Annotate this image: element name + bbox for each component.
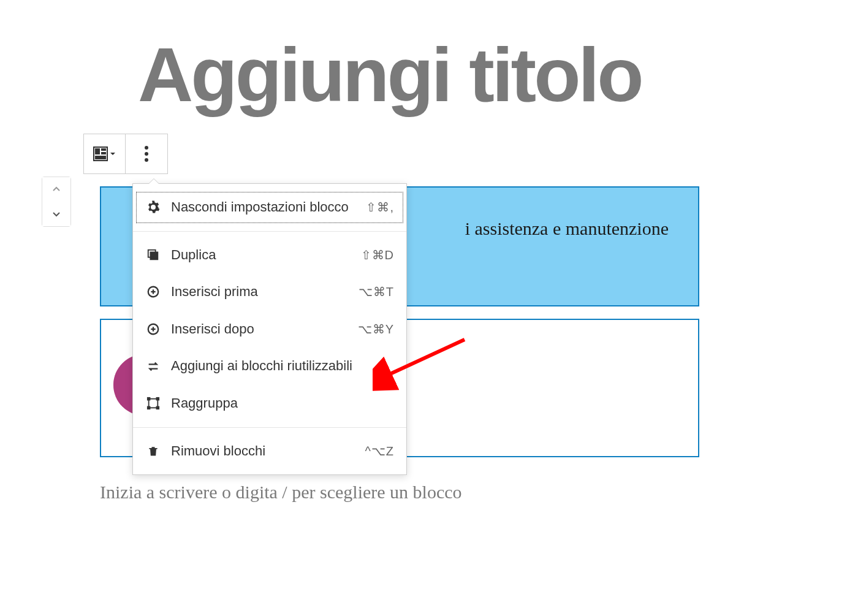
menu-item-insert-after[interactable]: Inserisci dopo ⌥⌘Y bbox=[133, 311, 406, 348]
group-box-icon bbox=[145, 395, 161, 411]
move-down-button[interactable] bbox=[42, 202, 70, 226]
chevron-down-icon bbox=[110, 151, 116, 157]
block-type-button[interactable] bbox=[84, 134, 126, 173]
block-partial-text: i assistenza e manutenzione bbox=[465, 218, 669, 239]
svg-rect-1 bbox=[95, 148, 100, 154]
move-up-button[interactable] bbox=[42, 177, 70, 202]
menu-shortcut: ⇧⌘, bbox=[366, 200, 394, 215]
menu-item-duplicate[interactable]: Duplica ⇧⌘D bbox=[133, 237, 406, 274]
svg-rect-15 bbox=[157, 398, 159, 400]
plus-circle-icon bbox=[145, 284, 161, 300]
more-vertical-icon bbox=[145, 146, 148, 162]
layout-icon bbox=[93, 146, 116, 161]
plus-circle-icon bbox=[145, 321, 161, 337]
menu-shortcut: ⇧⌘D bbox=[361, 248, 394, 262]
chevron-up-icon bbox=[51, 184, 61, 194]
loop-icon bbox=[145, 359, 161, 375]
menu-shortcut: ⌥⌘Y bbox=[358, 322, 394, 337]
svg-rect-3 bbox=[101, 152, 106, 154]
menu-item-group[interactable]: Raggruppa bbox=[133, 385, 406, 422]
menu-label: Nascondi impostazioni blocco bbox=[171, 199, 366, 216]
menu-label: Rimuovi blocchi bbox=[171, 443, 365, 460]
post-title-placeholder[interactable]: Aggiungi titolo bbox=[138, 31, 642, 118]
chevron-down-icon bbox=[51, 209, 61, 219]
copy-icon bbox=[145, 247, 161, 263]
svg-rect-5 bbox=[150, 252, 158, 259]
menu-shortcut: ⌥⌘T bbox=[359, 284, 394, 299]
body-placeholder[interactable]: Inizia a scrivere o digita / per sceglie… bbox=[100, 482, 462, 503]
menu-label: Raggruppa bbox=[171, 395, 394, 413]
block-toolbar bbox=[83, 134, 168, 174]
menu-shortcut: ^⌥Z bbox=[365, 444, 394, 458]
menu-label: Inserisci prima bbox=[171, 283, 359, 301]
svg-rect-16 bbox=[148, 407, 150, 409]
more-options-button[interactable] bbox=[126, 134, 167, 173]
menu-item-add-reusable[interactable]: Aggiungi ai blocchi riutilizzabili bbox=[133, 348, 406, 385]
block-context-menu: Nascondi impostazioni blocco ⇧⌘, Duplica… bbox=[132, 183, 407, 475]
svg-rect-14 bbox=[148, 398, 150, 400]
menu-item-remove[interactable]: Rimuovi blocchi ^⌥Z bbox=[133, 433, 406, 470]
menu-label: Inserisci dopo bbox=[171, 321, 358, 338]
menu-label: Duplica bbox=[171, 246, 361, 264]
svg-rect-17 bbox=[157, 407, 159, 409]
trash-icon bbox=[145, 443, 161, 459]
svg-rect-4 bbox=[95, 156, 106, 159]
menu-item-hide-settings[interactable]: Nascondi impostazioni blocco ⇧⌘, bbox=[133, 189, 406, 226]
menu-item-insert-before[interactable]: Inserisci prima ⌥⌘T bbox=[133, 273, 406, 311]
menu-label: Aggiungi ai blocchi riutilizzabili bbox=[171, 357, 394, 375]
gear-icon bbox=[145, 199, 161, 215]
block-move-controls bbox=[42, 177, 71, 227]
svg-rect-2 bbox=[101, 148, 106, 151]
